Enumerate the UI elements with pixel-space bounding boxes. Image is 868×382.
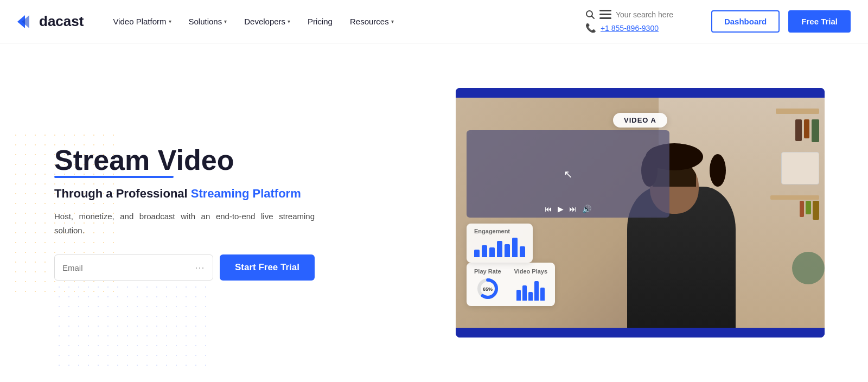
dashboard-button[interactable]: Dashboard: [711, 10, 780, 33]
nav-item-video-platform[interactable]: Video Platform ▾: [105, 12, 178, 30]
hero-image: VIDEO A ↖ ⏮ ▶ ⏭ 🔊 Play Rate: [315, 88, 825, 338]
chevron-down-icon: ▾: [224, 18, 227, 24]
search-row: [585, 10, 703, 20]
email-input[interactable]: [62, 263, 195, 272]
stats-overlay: Play Rate 65% Video Plays: [467, 263, 555, 306]
video-bottom-bar: [456, 328, 825, 338]
hero-form: ⋯ Start Free Trial: [54, 254, 315, 281]
chevron-down-icon: ▾: [169, 18, 171, 24]
bar-4: [534, 281, 539, 301]
play-rate-donut-chart: 65%: [476, 277, 500, 301]
player-controls: ⏮ ▶ ⏭ 🔊: [467, 205, 669, 213]
svg-text:65%: 65%: [483, 286, 493, 292]
email-input-wrap: ⋯: [54, 254, 213, 281]
svg-rect-6: [599, 17, 611, 19]
nav-item-resources[interactable]: Resources ▾: [342, 12, 401, 30]
eng-bar-3: [489, 247, 495, 257]
nav-item-developers[interactable]: Developers ▾: [237, 12, 298, 30]
eng-bar-1: [474, 250, 480, 257]
logo-text: dacast: [39, 13, 84, 30]
hero-subtitle: Through a Professional Streaming Platfor…: [54, 187, 315, 201]
header-right: 📞 +1 855-896-9300 Dashboard Free Trial: [585, 10, 851, 33]
chevron-down-icon: ▾: [391, 18, 394, 24]
video-content: VIDEO A ↖ ⏮ ▶ ⏭ 🔊 Play Rate: [456, 98, 825, 328]
video-player-overlay: ↖ ⏮ ▶ ⏭ 🔊: [467, 130, 669, 218]
header: dacast Video Platform ▾ Solutions ▾ Deve…: [0, 0, 868, 43]
skip-forward-button[interactable]: ⏭: [569, 205, 577, 213]
eng-bar-6: [512, 238, 518, 257]
video-a-overlay: VIDEO A: [613, 113, 667, 128]
main-nav: Video Platform ▾ Solutions ▾ Developers …: [105, 12, 585, 30]
bar-1: [516, 290, 521, 301]
nav-item-solutions[interactable]: Solutions ▾: [181, 12, 235, 30]
logo[interactable]: dacast: [17, 13, 84, 30]
play-rate-stat: Play Rate 65%: [474, 268, 501, 301]
svg-rect-4: [599, 10, 611, 11]
bar-5: [540, 288, 545, 301]
hero-content: Stream Video Through a Professional Stre…: [54, 145, 315, 281]
video-plays-bar-chart: [516, 277, 545, 301]
search-icon[interactable]: [585, 10, 595, 20]
volume-button[interactable]: 🔊: [582, 205, 591, 213]
svg-rect-5: [599, 14, 611, 15]
user-icon[interactable]: [599, 10, 611, 20]
engagement-bar-chart: [474, 238, 525, 257]
eng-bar-5: [505, 244, 510, 257]
bar-2: [522, 285, 527, 301]
eng-bar-4: [497, 241, 502, 257]
hero-title: Stream Video: [54, 145, 234, 176]
nav-item-pricing[interactable]: Pricing: [300, 12, 340, 30]
cursor-icon: ↖: [564, 168, 573, 181]
video-top-bar: [456, 88, 825, 98]
search-input[interactable]: [616, 10, 703, 19]
eng-bar-7: [520, 246, 525, 257]
hero-section: Stream Video Through a Professional Stre…: [0, 43, 868, 382]
free-trial-button[interactable]: Free Trial: [788, 10, 851, 33]
phone-icon: 📞: [585, 23, 596, 33]
svg-line-3: [591, 16, 594, 19]
chevron-down-icon: ▾: [288, 18, 290, 24]
video-plays-stat: Video Plays: [514, 268, 548, 301]
phone-link[interactable]: +1 855-896-9300: [601, 24, 659, 33]
play-button[interactable]: ▶: [558, 205, 564, 213]
skip-back-button[interactable]: ⏮: [545, 205, 552, 213]
dacast-logo-icon: [17, 13, 35, 30]
start-free-trial-button[interactable]: Start Free Trial: [220, 254, 315, 281]
eng-bar-2: [482, 245, 487, 257]
bar-3: [528, 292, 533, 301]
video-frame: VIDEO A ↖ ⏮ ▶ ⏭ 🔊 Play Rate: [456, 88, 825, 338]
engagement-overlay: Engagement: [467, 224, 533, 263]
input-dots-icon: ⋯: [195, 262, 205, 273]
phone-row: 📞 +1 855-896-9300: [585, 23, 703, 33]
hero-description: Host, monetize, and broadcast with an en…: [54, 209, 315, 237]
